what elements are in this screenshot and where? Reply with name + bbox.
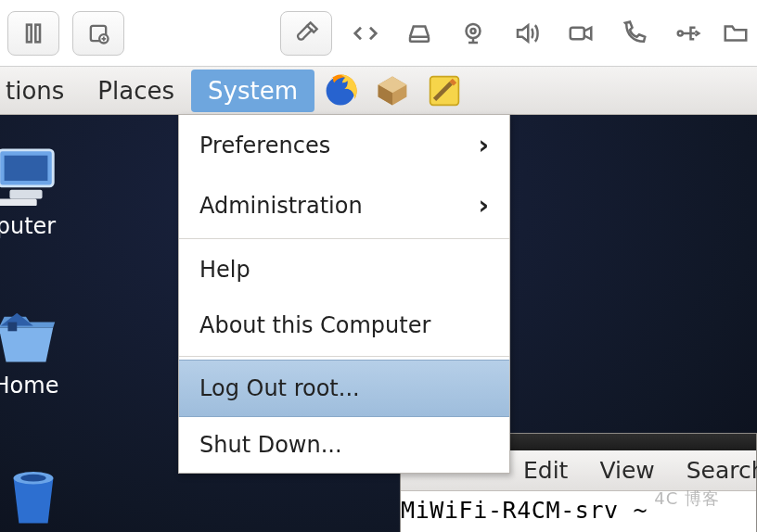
terminal-body[interactable]: MiWiFi-R4CM-srv ~ MiWiFi-R4CM-srv ~ secu… <box>401 491 756 532</box>
pause-button[interactable] <box>7 11 59 56</box>
svg-rect-12 <box>5 156 48 181</box>
menu-places[interactable]: Places <box>81 70 191 112</box>
terminal-menu-view[interactable]: View <box>586 453 667 488</box>
disk-icon[interactable] <box>399 11 440 56</box>
menu-about[interactable]: About this Computer <box>179 298 509 353</box>
notes-launcher[interactable] <box>424 70 465 111</box>
firefox-launcher[interactable] <box>320 70 361 111</box>
menu-separator <box>179 238 509 239</box>
svg-rect-15 <box>7 323 17 332</box>
svg-point-17 <box>20 475 45 482</box>
chevron-right-icon: › <box>478 190 489 221</box>
menu-preferences[interactable]: Preferences › <box>179 115 509 175</box>
volume-icon[interactable] <box>507 11 547 56</box>
menu-shutdown[interactable]: Shut Down... <box>179 417 509 473</box>
webcam-icon[interactable] <box>453 11 494 56</box>
computer-desktop-icon[interactable]: puter <box>0 146 72 239</box>
svg-rect-0 <box>27 24 32 42</box>
svg-point-6 <box>471 29 476 33</box>
svg-rect-14 <box>0 199 37 207</box>
svg-point-5 <box>467 24 481 38</box>
menu-separator <box>179 356 509 357</box>
terminal-menu-search[interactable]: Search <box>674 453 757 488</box>
svg-rect-13 <box>9 190 42 199</box>
snapshot-button[interactable] <box>72 11 124 56</box>
usb-icon[interactable] <box>668 11 709 56</box>
phone-icon[interactable] <box>614 11 655 56</box>
code-icon[interactable] <box>345 11 386 56</box>
terminal-menu-edit[interactable]: Edit <box>510 453 581 488</box>
menu-administration[interactable]: Administration › <box>179 175 509 235</box>
system-menu-dropdown: Preferences › Administration › Help Abou… <box>178 114 510 474</box>
chevron-right-icon: › <box>478 130 489 160</box>
menu-system[interactable]: System <box>191 70 314 112</box>
svg-point-8 <box>678 31 683 35</box>
trash-desktop-icon[interactable] <box>0 467 80 532</box>
home-desktop-icon[interactable]: Home <box>0 306 72 399</box>
top-menubar: tions Places System <box>0 67 757 115</box>
svg-rect-7 <box>571 27 584 39</box>
computer-label: puter <box>0 213 72 239</box>
menu-logout[interactable]: Log Out root... <box>179 360 509 417</box>
menu-applications-clipped[interactable]: tions <box>0 77 81 105</box>
home-label: Home <box>0 373 72 399</box>
vm-toolbar <box>0 0 757 67</box>
svg-rect-4 <box>410 36 429 41</box>
folder-icon[interactable] <box>722 11 750 56</box>
package-launcher[interactable] <box>372 70 413 111</box>
menu-help[interactable]: Help <box>179 242 509 298</box>
svg-rect-1 <box>35 24 40 42</box>
settings-button[interactable] <box>280 11 332 56</box>
video-icon[interactable] <box>560 11 601 56</box>
